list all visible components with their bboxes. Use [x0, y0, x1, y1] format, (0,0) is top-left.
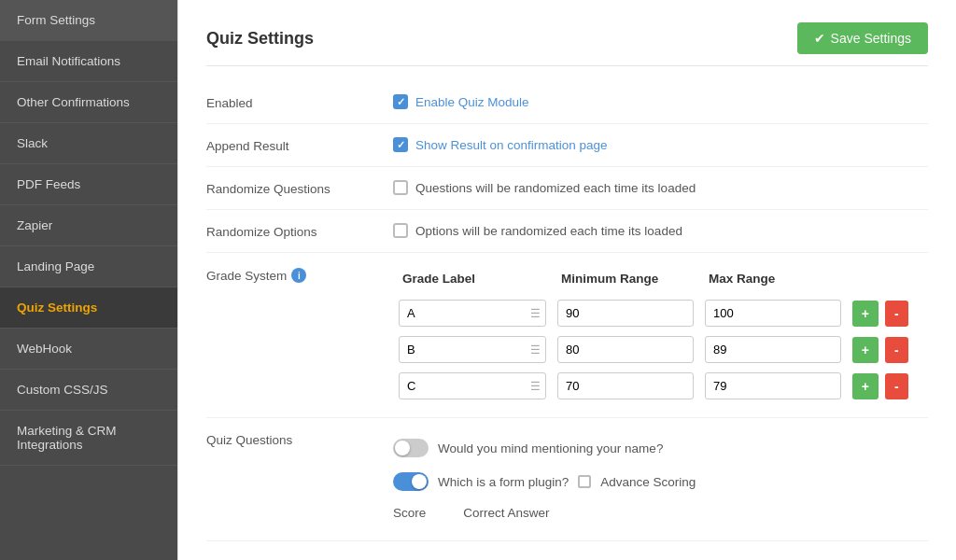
save-check-icon: ✔: [814, 31, 825, 46]
append-result-control: Show Result on confirmation page: [393, 137, 928, 152]
grade-min-input-2[interactable]: [557, 372, 694, 399]
enable-quiz-label[interactable]: Enable Quiz Module: [415, 95, 529, 109]
randomize-options-control: Options will be randomized each time its…: [393, 223, 928, 238]
sidebar-item-slack[interactable]: Slack: [0, 123, 177, 164]
grade-list-icon-1: ☰: [530, 343, 541, 357]
save-settings-button[interactable]: ✔ Save Settings: [797, 22, 928, 54]
sidebar-item-marketing-crm[interactable]: Marketing & CRM Integrations: [0, 411, 177, 466]
question-1-toggle[interactable]: [393, 439, 429, 457]
advance-scoring-label: Advance Scoring: [600, 475, 696, 489]
append-result-label: Append Result: [206, 137, 393, 153]
enabled-label: Enabled: [206, 94, 393, 110]
grade-add-button-2[interactable]: +: [852, 373, 879, 399]
grade-max-input-2[interactable]: [705, 372, 841, 399]
randomize-questions-control: Questions will be randomized each time i…: [393, 180, 928, 195]
min-range-col-header: Minimum Range: [552, 266, 699, 295]
grade-label-input-0[interactable]: [399, 300, 546, 327]
question-1-text: Would you mind mentioning your name?: [438, 441, 663, 455]
question-2-toggle[interactable]: [393, 472, 429, 491]
quiz-questions-control: Would you mind mentioning your name? Whi…: [393, 431, 928, 527]
actions-col-header: [847, 266, 928, 295]
sidebar: Form SettingsEmail NotificationsOther Co…: [0, 0, 177, 560]
grade-add-button-1[interactable]: +: [852, 337, 879, 363]
grade-label-input-1[interactable]: [399, 336, 546, 363]
page-header: Quiz Settings ✔ Save Settings: [206, 22, 928, 66]
advance-scoring-checkbox[interactable]: [578, 475, 591, 488]
score-label: Score: [393, 506, 426, 520]
grade-list-icon-2: ☰: [530, 380, 541, 393]
sidebar-item-other-confirmations[interactable]: Other Confirmations: [0, 82, 177, 123]
sidebar-item-webhook[interactable]: WebHook: [0, 329, 177, 370]
max-range-col-header: Max Range: [699, 266, 847, 295]
randomize-options-row: Randomize Options Options will be random…: [206, 210, 928, 253]
sidebar-item-pdf-feeds[interactable]: PDF Feeds: [0, 164, 177, 205]
grade-remove-button-2[interactable]: -: [885, 373, 908, 399]
quiz-question-2: Which is a form plugin? Advance Scoring: [393, 465, 696, 498]
randomize-options-checkbox[interactable]: [393, 223, 408, 238]
save-button-label: Save Settings: [831, 31, 911, 46]
grade-row-0: ☰ + -: [393, 295, 928, 331]
sidebar-item-custom-css-js[interactable]: Custom CSS/JS: [0, 370, 177, 411]
grade-list-icon-0: ☰: [530, 307, 541, 320]
question-2-text: Which is a form plugin?: [438, 475, 569, 489]
sidebar-item-quiz-settings[interactable]: Quiz Settings: [0, 287, 177, 329]
grade-row-1: ☰ + -: [393, 331, 928, 368]
randomize-questions-checkbox[interactable]: [393, 180, 408, 195]
grade-remove-button-0[interactable]: -: [885, 301, 908, 327]
score-row: Score Correct Answer: [393, 498, 550, 527]
sidebar-item-form-settings[interactable]: Form Settings: [0, 0, 177, 41]
grade-max-input-0[interactable]: [705, 300, 841, 327]
main-content: Quiz Settings ✔ Save Settings Enabled En…: [177, 0, 956, 560]
show-result-checkbox[interactable]: [393, 137, 408, 152]
randomize-options-text: Options will be randomized each time its…: [415, 224, 682, 238]
enabled-row: Enabled Enable Quiz Module: [206, 81, 928, 124]
grade-system-row: Grade System i Grade Label Minimum Range…: [206, 253, 928, 418]
append-result-row: Append Result Show Result on confirmatio…: [206, 124, 928, 167]
randomize-questions-row: Randomize Questions Questions will be ra…: [206, 167, 928, 210]
grade-label-input-2[interactable]: [399, 372, 546, 399]
grade-label-col-header: Grade Label: [393, 266, 552, 295]
randomize-options-label: Randomize Options: [206, 223, 393, 239]
grade-max-input-1[interactable]: [705, 336, 841, 363]
grade-system-label: Grade System i: [206, 266, 393, 283]
enable-quiz-checkbox[interactable]: [393, 94, 408, 109]
grade-min-input-1[interactable]: [557, 336, 694, 363]
grade-remove-button-1[interactable]: -: [885, 337, 908, 363]
quiz-question-1: Would you mind mentioning your name?: [393, 431, 663, 465]
grade-add-button-0[interactable]: +: [852, 301, 879, 327]
randomize-questions-label: Randomize Questions: [206, 180, 393, 196]
grade-row-2: ☰ + -: [393, 368, 928, 404]
grade-min-input-0[interactable]: [557, 300, 694, 327]
page-title: Quiz Settings: [206, 29, 314, 49]
quiz-questions-row: Quiz Questions Would you mind mentioning…: [206, 418, 928, 541]
sidebar-item-email-notifications[interactable]: Email Notifications: [0, 41, 177, 82]
grade-table: Grade Label Minimum Range Max Range ☰: [393, 266, 928, 404]
sidebar-item-landing-page[interactable]: Landing Page: [0, 246, 177, 287]
grade-system-info-icon[interactable]: i: [291, 268, 306, 283]
randomize-questions-text: Questions will be randomized each time i…: [415, 181, 696, 195]
show-result-label[interactable]: Show Result on confirmation page: [415, 138, 608, 152]
quiz-questions-label: Quiz Questions: [206, 431, 393, 447]
sidebar-item-zapier[interactable]: Zapier: [0, 205, 177, 246]
correct-answer-label: Correct Answer: [463, 506, 549, 520]
enabled-control: Enable Quiz Module: [393, 94, 928, 109]
grade-system-control: Grade Label Minimum Range Max Range ☰: [393, 266, 928, 404]
